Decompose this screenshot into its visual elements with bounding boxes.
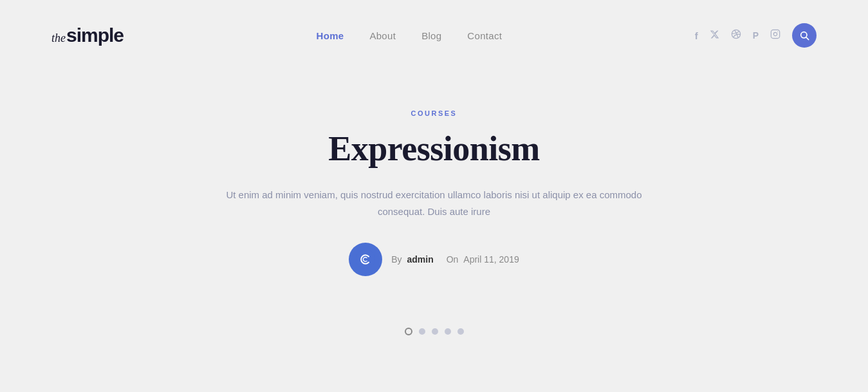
dot-3[interactable] — [432, 328, 438, 335]
nav-home[interactable]: Home — [317, 30, 344, 41]
dot-4[interactable] — [445, 328, 451, 335]
svg-point-6 — [356, 250, 375, 269]
svg-rect-1 — [771, 30, 779, 38]
main-content: COURSES Expressionism Ut enim ad minim v… — [0, 71, 868, 335]
pagination-dots — [405, 328, 464, 335]
author-row: By admin On April 11, 2019 — [349, 243, 519, 276]
dot-1[interactable] — [405, 328, 412, 335]
svg-point-2 — [773, 32, 777, 35]
author-avatar — [349, 243, 382, 276]
header-right: f P — [695, 23, 817, 48]
logo-the: the — [51, 32, 66, 45]
author-meta: By admin On April 11, 2019 — [391, 254, 519, 265]
pinterest-icon[interactable]: P — [753, 30, 759, 41]
post-excerpt: Ut enim ad minim veniam, quis nostrud ex… — [216, 187, 653, 219]
post-date: On April 11, 2019 — [447, 254, 519, 265]
site-header: the simple Home About Blog Contact f P — [0, 0, 868, 71]
author-by-label: By admin — [391, 254, 433, 265]
svg-point-3 — [777, 32, 778, 32]
nav-blog[interactable]: Blog — [421, 30, 441, 41]
site-logo[interactable]: the simple — [51, 24, 124, 46]
post-title: Expressionism — [328, 129, 540, 169]
logo-simple: simple — [66, 24, 124, 46]
main-nav: Home About Blog Contact — [317, 30, 503, 41]
search-button[interactable] — [792, 23, 817, 48]
post-category: COURSES — [411, 109, 457, 117]
dot-2[interactable] — [419, 328, 425, 335]
nav-contact[interactable]: Contact — [467, 30, 502, 41]
dot-5[interactable] — [457, 328, 464, 335]
dribbble-icon[interactable] — [731, 29, 741, 42]
nav-about[interactable]: About — [369, 30, 396, 41]
facebook-icon[interactable]: f — [695, 30, 698, 41]
author-name: admin — [407, 254, 434, 265]
svg-line-5 — [806, 37, 809, 40]
instagram-icon[interactable] — [770, 29, 780, 42]
twitter-icon[interactable] — [710, 30, 719, 42]
